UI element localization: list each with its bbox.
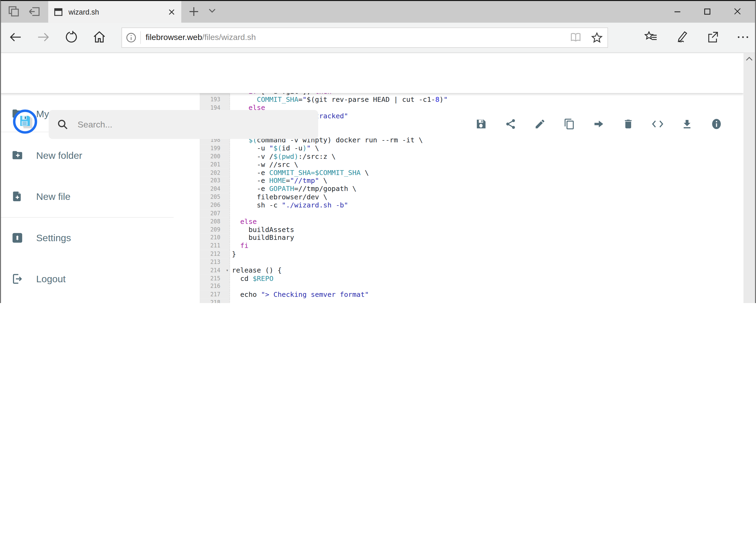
info-button[interactable] [711, 118, 722, 130]
line-number: 212 [200, 250, 230, 258]
line-number: 215 [200, 274, 230, 282]
code-line[interactable]: 218 [200, 299, 744, 303]
line-number: 217 [200, 290, 230, 299]
line-number: 204 [200, 185, 230, 193]
annotate-pen-icon[interactable] [675, 31, 688, 44]
copy-button[interactable] [564, 118, 575, 130]
code-line[interactable]: 203 -e HOME="//tmp" \ [200, 177, 744, 185]
reading-view-icon[interactable] [570, 32, 581, 43]
url-host: filebrowser.web [145, 33, 202, 42]
code-text: COMMIT_SHA="$(git rev-parse HEAD | cut -… [230, 96, 744, 104]
line-number: 211 [200, 242, 230, 250]
code-line[interactable]: 215 cd $REPO [200, 274, 744, 282]
sidebar-item-logout[interactable]: Logout [0, 265, 173, 292]
code-line[interactable]: 209 buildAssets [200, 226, 744, 234]
search-icon [58, 119, 68, 130]
line-number: 192 [200, 93, 230, 96]
search-input[interactable] [77, 119, 270, 130]
sidebar-divider [0, 217, 173, 218]
download-button[interactable] [681, 118, 693, 130]
code-line[interactable]: 213 [200, 258, 744, 266]
logout-icon [12, 273, 23, 285]
code-text: fi [230, 242, 744, 250]
code-text: buildAssets [230, 226, 744, 234]
line-number: 201 [200, 161, 230, 169]
code-line[interactable]: 211 fi [200, 242, 744, 250]
scroll-up-icon[interactable] [744, 53, 755, 64]
code-line[interactable]: 205 filebrowser/dev \ [200, 193, 744, 201]
tab-preview-icon[interactable] [7, 5, 20, 18]
search-box[interactable] [49, 110, 318, 139]
app-header [0, 53, 744, 93]
minimize-button[interactable] [662, 0, 692, 23]
share-icon[interactable] [706, 31, 719, 44]
code-text [230, 282, 744, 290]
code-line[interactable]: 201 -w //src \ [200, 161, 744, 169]
line-number: 210 [200, 234, 230, 242]
code-text: if [ -d .git ]; then [230, 93, 744, 96]
tab-wizard-sh[interactable]: wizard.sh [48, 1, 181, 23]
code-line[interactable]: 200 -v /$(pwd):/src:z \ [200, 152, 744, 161]
sidebar-item-label: New folder [36, 150, 82, 161]
code-line[interactable]: 202 -e COMMIT_SHA=$COMMIT_SHA \ [200, 169, 744, 177]
line-number: 206 [200, 201, 230, 209]
sidebar-item-label: Settings [36, 232, 71, 244]
refresh-button[interactable] [64, 29, 79, 45]
file-actions-toolbar [475, 118, 722, 130]
url-path: /files/wizard.sh [202, 33, 256, 42]
tabs-set-aside-icon[interactable] [28, 5, 42, 18]
code-line[interactable]: 214▾release () { [200, 266, 744, 274]
raw-code-button[interactable] [652, 118, 663, 130]
forward-button[interactable] [36, 29, 51, 45]
code-line[interactable]: 210 buildBinary [200, 234, 744, 242]
code-text: release () { [230, 266, 744, 274]
code-line[interactable]: 217 echo "> Checking semver format" [200, 290, 744, 299]
line-number: 213 [200, 258, 230, 266]
maximize-button[interactable] [692, 0, 722, 23]
more-options-icon[interactable] [737, 35, 749, 39]
delete-button[interactable] [623, 118, 634, 130]
code-line[interactable]: 207 [200, 209, 744, 218]
share-file-button[interactable] [505, 118, 516, 130]
favorite-star-icon[interactable] [591, 32, 603, 44]
new-tab-button[interactable] [187, 5, 200, 18]
code-text: } [230, 250, 744, 258]
line-number: 209 [200, 226, 230, 234]
code-text: echo "> Checking semver format" [230, 290, 744, 299]
code-line[interactable]: 204 -e GOPATH=//tmp/gopath \ [200, 185, 744, 193]
line-number: 202 [200, 169, 230, 177]
line-number: 207 [200, 209, 230, 218]
code-line[interactable]: 193 COMMIT_SHA="$(git rev-parse HEAD | c… [200, 96, 744, 104]
sidebar-item-settings[interactable]: Settings [0, 225, 173, 252]
move-button[interactable] [593, 118, 605, 130]
tab-title: wizard.sh [69, 8, 168, 16]
back-button[interactable] [8, 29, 23, 45]
hub-favorites-icon[interactable] [644, 31, 658, 43]
tab-bar: wizard.sh [0, 0, 756, 23]
code-text: filebrowser/dev \ [230, 193, 744, 201]
sidebar-item-new-folder[interactable]: New folder [0, 142, 173, 169]
site-info-icon[interactable] [122, 32, 140, 43]
code-line[interactable]: 206 sh -c "./wizard.sh -b" [200, 201, 744, 209]
save-button[interactable] [475, 118, 487, 130]
home-button[interactable] [92, 29, 107, 45]
rename-button[interactable] [534, 118, 546, 130]
url-text[interactable]: filebrowser.web/files/wizard.sh [145, 33, 570, 42]
code-line[interactable]: 199 -u "$(id -u)" \ [200, 144, 744, 152]
tab-list-chevron-icon[interactable] [208, 8, 216, 14]
code-text: -w //src \ [230, 161, 744, 169]
filebrowser-logo[interactable] [13, 110, 37, 134]
code-line[interactable]: 192 if [ -d .git ]; then [200, 93, 744, 96]
line-number: 193 [200, 96, 230, 104]
code-text [230, 258, 744, 266]
line-number: 199 [200, 144, 230, 152]
code-line[interactable]: 208 else [200, 218, 744, 226]
page-scrollbar[interactable] [744, 53, 755, 303]
sidebar-item-new-file[interactable]: New file [0, 183, 173, 210]
code-line[interactable]: 216 [200, 282, 744, 290]
tab-close-icon[interactable] [168, 8, 176, 16]
close-window-button[interactable] [722, 0, 752, 23]
fold-arrow-icon[interactable]: ▾ [226, 266, 229, 274]
code-line[interactable]: 212} [200, 250, 744, 258]
address-bar[interactable]: filebrowser.web/files/wizard.sh [122, 28, 608, 48]
